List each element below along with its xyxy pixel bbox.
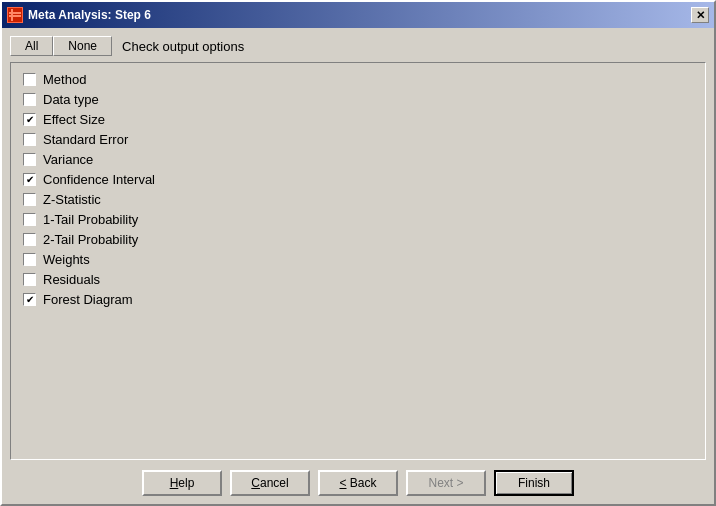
- checkbox-label-forest_diagram: Forest Diagram: [43, 292, 133, 307]
- checkbox-label-variance: Variance: [43, 152, 93, 167]
- checkbox-label-residuals: Residuals: [43, 272, 100, 287]
- all-button[interactable]: All: [10, 36, 53, 56]
- next-button[interactable]: Next >: [406, 470, 486, 496]
- checkbox-label-data_type: Data type: [43, 92, 99, 107]
- checkbox-label-standard_error: Standard Error: [43, 132, 128, 147]
- checkbox-row-confidence_interval: Confidence Interval: [23, 171, 693, 188]
- toolbar-description: Check output options: [122, 39, 244, 54]
- svg-rect-2: [9, 15, 21, 17]
- back-button[interactable]: < Back: [318, 470, 398, 496]
- checkbox-label-tail_1: 1-Tail Probability: [43, 212, 138, 227]
- checkbox-row-data_type: Data type: [23, 91, 693, 108]
- toolbar: All None Check output options: [10, 36, 706, 56]
- checkbox-row-weights: Weights: [23, 251, 693, 268]
- checkbox-label-tail_2: 2-Tail Probability: [43, 232, 138, 247]
- svg-rect-1: [9, 12, 21, 14]
- finish-button[interactable]: Finish: [494, 470, 574, 496]
- checkbox-forest_diagram[interactable]: [23, 293, 36, 306]
- checkbox-row-forest_diagram: Forest Diagram: [23, 291, 693, 308]
- main-window: Meta Analysis: Step 6 ✕ All None Check o…: [0, 0, 716, 506]
- svg-rect-3: [11, 9, 13, 21]
- checkbox-tail_1[interactable]: [23, 213, 36, 226]
- checkbox-row-z_statistic: Z-Statistic: [23, 191, 693, 208]
- checkbox-row-variance: Variance: [23, 151, 693, 168]
- checkbox-data_type[interactable]: [23, 93, 36, 106]
- checkbox-row-effect_size: Effect Size: [23, 111, 693, 128]
- checkbox-row-tail_2: 2-Tail Probability: [23, 231, 693, 248]
- help-button[interactable]: Help: [142, 470, 222, 496]
- checkbox-standard_error[interactable]: [23, 133, 36, 146]
- checkbox-weights[interactable]: [23, 253, 36, 266]
- app-icon: [7, 7, 23, 23]
- checkbox-label-z_statistic: Z-Statistic: [43, 192, 101, 207]
- checkbox-variance[interactable]: [23, 153, 36, 166]
- checkbox-residuals[interactable]: [23, 273, 36, 286]
- checkbox-tail_2[interactable]: [23, 233, 36, 246]
- none-button[interactable]: None: [53, 36, 112, 56]
- window-body: All None Check output options MethodData…: [2, 28, 714, 504]
- checkbox-method[interactable]: [23, 73, 36, 86]
- checkbox-effect_size[interactable]: [23, 113, 36, 126]
- checkbox-confidence_interval[interactable]: [23, 173, 36, 186]
- checkbox-label-confidence_interval: Confidence Interval: [43, 172, 155, 187]
- checkbox-label-method: Method: [43, 72, 86, 87]
- window-title: Meta Analysis: Step 6: [28, 8, 151, 22]
- button-bar: Help Cancel < Back Next > Finish: [10, 460, 706, 496]
- checkbox-row-tail_1: 1-Tail Probability: [23, 211, 693, 228]
- close-button[interactable]: ✕: [691, 7, 709, 23]
- checkbox-label-effect_size: Effect Size: [43, 112, 105, 127]
- checkbox-row-standard_error: Standard Error: [23, 131, 693, 148]
- checkbox-row-residuals: Residuals: [23, 271, 693, 288]
- cancel-button[interactable]: Cancel: [230, 470, 310, 496]
- checkbox-label-weights: Weights: [43, 252, 90, 267]
- title-bar: Meta Analysis: Step 6 ✕: [2, 2, 714, 28]
- options-panel: MethodData typeEffect SizeStandard Error…: [10, 62, 706, 460]
- checkbox-z_statistic[interactable]: [23, 193, 36, 206]
- checkbox-row-method: Method: [23, 71, 693, 88]
